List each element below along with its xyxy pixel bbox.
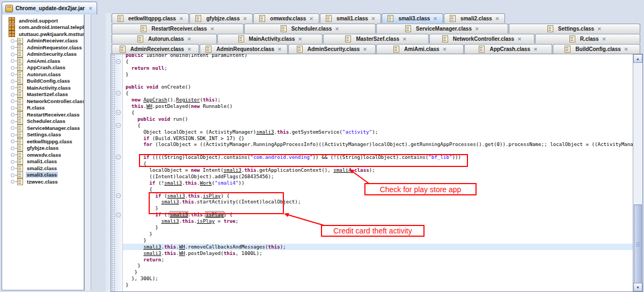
tab-close-icon[interactable]: ✕ <box>363 47 367 52</box>
tab-close-icon[interactable]: ✕ <box>517 36 522 42</box>
tab-amiami-class[interactable]: AmiAmi.class✕ <box>376 44 464 54</box>
tree-item-amiami-class[interactable]: AmiAmi.class <box>2 57 84 64</box>
tree-item-networkcontroller-class[interactable]: NetworkController.class <box>2 98 84 105</box>
tab-appcrash-class[interactable]: AppCrash.class✕ <box>464 44 552 54</box>
expand-handle-icon[interactable] <box>10 178 17 185</box>
tab-close-icon[interactable]: ✕ <box>624 47 628 52</box>
tree-item-settings-class[interactable]: Settings.class <box>2 132 84 138</box>
vertical-scrollbar[interactable]: ▲ ▼ <box>633 54 642 291</box>
tree-item-gfybjze-class[interactable]: gfybjze.class <box>2 145 84 152</box>
tree-item-appcrash-class[interactable]: AppCrash.class <box>2 64 84 71</box>
tab-close-icon[interactable]: ✕ <box>402 36 407 42</box>
code-lines[interactable]: public IBinder onBind(Intent paramIntent… <box>123 54 633 291</box>
expand-handle-icon[interactable] <box>10 118 17 125</box>
tab-close-icon[interactable]: ✕ <box>243 16 247 21</box>
tab-omwxdv-class[interactable]: omwxdv.class✕ <box>253 13 319 23</box>
tree-item-tzwvec-class[interactable]: tzwvec.class <box>2 178 84 185</box>
tab-close-icon[interactable]: ✕ <box>187 36 192 42</box>
expand-handle-icon[interactable] <box>10 98 17 104</box>
tab-eetkwlltqppg-class[interactable]: eetkwlltqppg.class✕ <box>112 13 189 23</box>
tab-scheduler-class[interactable]: Scheduler.class✕ <box>244 24 376 33</box>
tab-close-icon[interactable]: ✕ <box>433 16 437 21</box>
expand-handle-icon[interactable] <box>10 158 17 165</box>
tree-item-omwxdv-class[interactable]: omwxdv.class <box>2 151 84 158</box>
tab-close-icon[interactable]: ✕ <box>495 16 500 21</box>
tree-item-buildconfig-class[interactable]: BuildConfig.class <box>2 78 84 85</box>
tab-close-icon[interactable]: ✕ <box>443 47 447 52</box>
expand-handle-icon[interactable] <box>10 151 17 158</box>
fold-collapse-icon[interactable]: − <box>116 59 121 64</box>
jar-file-tab[interactable]: Chrome_update-dex2jar.jar ✕ <box>2 2 97 14</box>
tab-close-icon[interactable]: ✕ <box>277 47 282 52</box>
fold-collapse-icon[interactable]: − <box>116 193 121 198</box>
tab-close-icon[interactable]: ✕ <box>335 26 339 32</box>
fold-collapse-icon[interactable]: − <box>116 110 121 115</box>
tab-close-icon[interactable]: ✕ <box>533 47 538 52</box>
expand-handle-icon[interactable] <box>10 165 17 171</box>
tab-r-class[interactable]: R.class✕ <box>535 34 640 43</box>
tree-item-masterszef-class[interactable]: MasterSzef.class <box>2 91 84 98</box>
tree-item-restartreceiver-class[interactable]: RestartReceiver.class <box>2 111 84 118</box>
tab-close-icon[interactable]: ✕ <box>179 16 184 21</box>
expand-handle-icon[interactable] <box>10 71 17 77</box>
tab-close-icon[interactable]: ✕ <box>210 26 215 32</box>
tab-close-icon[interactable]: ✕ <box>475 26 479 32</box>
tab-close-icon[interactable]: ✕ <box>597 26 602 32</box>
tree-item-smali2-class[interactable]: smali2.class <box>2 165 84 172</box>
expand-handle-icon[interactable] <box>10 111 17 118</box>
tree-item-ututtauc-pwktjaanrk-msttumrk[interactable]: ututtauc.pwktjaanrk.msttumrk <box>2 31 84 38</box>
expand-handle-icon[interactable] <box>10 84 17 91</box>
expand-handle-icon[interactable] <box>10 44 17 50</box>
tab-restartreceiver-class[interactable]: RestartReceiver.class✕ <box>112 24 244 33</box>
expand-handle-icon[interactable] <box>10 57 17 64</box>
expand-handle-icon[interactable] <box>10 51 17 57</box>
tree-item-adminsecurity-class[interactable]: AdminSecurity.class <box>2 51 84 58</box>
tree-item-smali3-class[interactable]: smali3.class <box>2 172 84 179</box>
tab-close-icon[interactable]: ✕ <box>187 47 192 52</box>
expand-handle-icon[interactable] <box>10 91 17 98</box>
expand-handle-icon[interactable] <box>10 145 17 151</box>
expand-handle-icon[interactable] <box>10 38 17 44</box>
fold-collapse-icon[interactable]: − <box>116 91 121 96</box>
tab-networkcontroller-class[interactable]: NetworkController.class✕ <box>429 34 535 43</box>
tree-item-scheduler-class[interactable]: Scheduler.class <box>2 118 84 125</box>
tree-item-autorun-class[interactable]: Autorun.class <box>2 71 84 78</box>
expand-handle-icon[interactable] <box>10 125 17 131</box>
tab-gfybjze-class[interactable]: gfybjze.class✕ <box>189 13 253 23</box>
tree-item-eetkwlltqppg-class[interactable]: eetkwlltqppg.class <box>2 138 84 145</box>
expand-handle-icon[interactable] <box>10 78 17 84</box>
tree-item-servicemanager-class[interactable]: ServiceManager.class <box>2 125 84 132</box>
tab-settings-class[interactable]: Settings.class✕ <box>509 24 641 33</box>
tab-adminsecurity-class[interactable]: AdminSecurity.class✕ <box>288 44 376 54</box>
tab-masterszef-class[interactable]: MasterSzef.class✕ <box>323 34 428 43</box>
expand-handle-icon[interactable] <box>10 132 17 138</box>
tab-buildconfig-class[interactable]: BuildConfig.class✕ <box>553 44 640 54</box>
scrollbar-thumb[interactable] <box>634 205 642 285</box>
expand-handle-icon[interactable] <box>10 105 17 111</box>
tab-adminrequestor-class[interactable]: AdminRequestor.class✕ <box>200 44 287 54</box>
fold-collapse-icon[interactable]: − <box>116 123 121 128</box>
scroll-up-icon[interactable]: ▲ <box>633 54 642 63</box>
tab-servicemanager-class[interactable]: ServiceManager.class✕ <box>376 24 508 33</box>
expand-handle-icon[interactable] <box>10 64 17 71</box>
panel-splitter[interactable] <box>84 14 91 290</box>
tree-item-smali1-class[interactable]: smali1.class <box>2 158 84 165</box>
tab-close-icon[interactable]: ✕ <box>309 16 313 21</box>
fold-collapse-icon[interactable]: − <box>116 155 121 159</box>
expand-handle-icon[interactable] <box>10 172 17 178</box>
tab-mainactivity-class[interactable]: MainActivity.class✕ <box>217 34 323 43</box>
content-divider[interactable] <box>106 13 111 292</box>
tab-smali2-class[interactable]: smali2.class✕ <box>444 13 505 23</box>
scroll-down-icon[interactable]: ▼ <box>633 283 642 291</box>
tab-autorun-class[interactable]: Autorun.class✕ <box>112 34 217 43</box>
tree-item-mainactivity-class[interactable]: MainActivity.class <box>2 84 84 91</box>
fold-collapse-icon[interactable]: − <box>116 213 121 217</box>
tree-item-com-android-internal-telephon[interactable]: com.android.internal.telephon <box>2 24 84 31</box>
tree-item-r-class[interactable]: R.class <box>2 105 84 112</box>
tab-close-icon[interactable]: ✕ <box>371 16 376 21</box>
tab-smali3-class[interactable]: smali3.class✕ <box>382 13 443 23</box>
tree-item-adminrequestor-class[interactable]: AdminRequestor.class <box>2 44 84 51</box>
expand-handle-icon[interactable] <box>10 138 17 144</box>
tab-close-icon[interactable]: ✕ <box>602 36 606 42</box>
close-icon[interactable]: ✕ <box>89 6 93 11</box>
